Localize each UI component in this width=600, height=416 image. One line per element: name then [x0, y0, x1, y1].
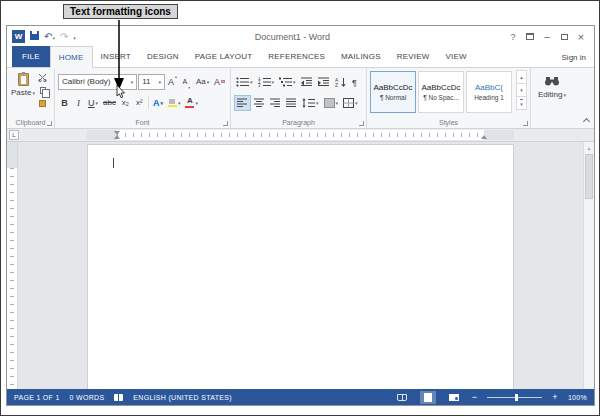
- print-layout-button[interactable]: [420, 391, 436, 404]
- save-button[interactable]: [30, 31, 39, 42]
- style-sample: AaBbC(: [475, 83, 503, 92]
- restore-button[interactable]: [560, 34, 568, 40]
- svg-text:3: 3: [258, 83, 261, 87]
- ribbon-tab-bar: FILE HOME INSERT DESIGN PAGE LAYOUT REFE…: [7, 47, 594, 68]
- word-count[interactable]: 0 WORDS: [70, 394, 105, 401]
- help-button[interactable]: [509, 32, 517, 42]
- format-painter-button[interactable]: [36, 97, 49, 110]
- bold-button[interactable]: B: [58, 95, 71, 111]
- ruler-left-margin: [87, 130, 117, 140]
- show-hide-pilcrow-button[interactable]: ¶: [350, 74, 363, 90]
- right-indent-marker[interactable]: [481, 135, 487, 139]
- read-mode-icon: [397, 394, 407, 401]
- status-bar: PAGE 1 OF 1 0 WORDS ENGLISH (UNITED STAT…: [7, 389, 594, 405]
- highlight-color-button[interactable]: [166, 95, 183, 111]
- hanging-indent-marker[interactable]: [114, 135, 120, 139]
- subscript-button[interactable]: x₂: [119, 95, 132, 111]
- tab-view[interactable]: VIEW: [438, 46, 475, 67]
- vertical-scrollbar[interactable]: [583, 142, 594, 389]
- style-sample: AaBbCcDc: [373, 83, 412, 92]
- style-name: ¶ No Spac...: [423, 94, 459, 101]
- ribbon-display-options-button[interactable]: [526, 33, 534, 40]
- clipboard-dialog-launcher-icon[interactable]: [47, 121, 52, 126]
- text-effects-button[interactable]: A: [151, 95, 165, 111]
- bullets-button[interactable]: [234, 74, 255, 90]
- clear-formatting-button[interactable]: A: [212, 74, 227, 90]
- line-spacing-button[interactable]: [300, 95, 321, 111]
- page-indicator[interactable]: PAGE 1 OF 1: [14, 394, 60, 401]
- sign-in-link[interactable]: Sign in: [562, 53, 594, 62]
- borders-button[interactable]: [341, 95, 360, 111]
- shrink-font-button[interactable]: A: [180, 74, 193, 90]
- collapse-ribbon-icon[interactable]: [583, 118, 590, 125]
- scroll-up-icon[interactable]: [584, 142, 594, 153]
- line-spacing-icon: [302, 98, 315, 108]
- underline-button[interactable]: U: [86, 95, 100, 111]
- italic-button[interactable]: I: [72, 95, 85, 111]
- tab-selector-button[interactable]: [9, 130, 19, 140]
- font-name-combobox[interactable]: Calibri (Body): [58, 74, 137, 90]
- styles-more-icon[interactable]: [516, 96, 527, 110]
- close-button[interactable]: [577, 31, 585, 43]
- change-case-button[interactable]: Aa: [194, 74, 211, 90]
- decrease-indent-button[interactable]: [299, 74, 315, 90]
- tab-mailings[interactable]: MAILINGS: [333, 46, 389, 67]
- cut-button[interactable]: [36, 71, 49, 84]
- web-layout-button[interactable]: [446, 391, 462, 404]
- strikethrough-letters: abc: [103, 98, 116, 107]
- read-mode-button[interactable]: [394, 391, 410, 404]
- align-center-icon: [254, 98, 265, 108]
- document-page[interactable]: [87, 144, 514, 389]
- styles-scroll-up-icon[interactable]: [516, 70, 527, 84]
- styles-dialog-launcher-icon[interactable]: [523, 121, 528, 126]
- decrease-indent-icon: [301, 77, 313, 87]
- style-no-spacing[interactable]: AaBbCcDc ¶ No Spac...: [418, 71, 464, 113]
- zoom-slider-thumb[interactable]: [515, 394, 518, 401]
- tab-file[interactable]: FILE: [12, 46, 50, 67]
- underline-letter: U: [88, 98, 95, 108]
- copy-button[interactable]: [36, 84, 49, 97]
- tab-page-layout[interactable]: PAGE LAYOUT: [187, 46, 260, 67]
- undo-dropdown-arrow-icon[interactable]: [52, 32, 55, 42]
- zoom-out-button[interactable]: −: [472, 392, 478, 402]
- redo-button[interactable]: [60, 31, 68, 42]
- font-color-button[interactable]: A: [183, 95, 200, 111]
- tab-review[interactable]: REVIEW: [389, 46, 438, 67]
- tab-home[interactable]: HOME: [50, 46, 93, 68]
- sort-button[interactable]: AZ: [333, 74, 349, 90]
- align-center-button[interactable]: [252, 95, 267, 111]
- tab-references[interactable]: REFERENCES: [260, 46, 333, 67]
- highlighter-icon: [168, 99, 177, 107]
- minimize-button[interactable]: [543, 31, 551, 42]
- increase-indent-button[interactable]: [316, 74, 332, 90]
- proofing-status-icon[interactable]: [114, 394, 123, 401]
- style-heading-1[interactable]: AaBbC( Heading 1: [466, 71, 512, 113]
- multilevel-list-button[interactable]: [277, 74, 298, 90]
- language-indicator[interactable]: ENGLISH (UNITED STATES): [133, 394, 231, 401]
- justify-button[interactable]: [284, 95, 299, 111]
- align-right-button[interactable]: [268, 95, 283, 111]
- style-normal[interactable]: AaBbCcDc ¶ Normal: [370, 71, 416, 113]
- undo-button[interactable]: [44, 31, 55, 42]
- eraser-icon: [221, 80, 225, 83]
- font-dialog-launcher-icon[interactable]: [223, 121, 228, 126]
- strikethrough-button[interactable]: abc: [101, 95, 118, 111]
- grow-font-button[interactable]: A: [166, 74, 179, 90]
- font-size-combobox[interactable]: 11: [138, 74, 165, 90]
- superscript-button[interactable]: x²: [133, 95, 146, 111]
- tab-design[interactable]: DESIGN: [139, 46, 187, 67]
- zoom-in-button[interactable]: +: [552, 392, 558, 402]
- shading-button[interactable]: [322, 95, 341, 111]
- ruler-ticks: [117, 130, 484, 140]
- scrollbar-thumb[interactable]: [585, 154, 593, 199]
- align-left-button[interactable]: [234, 95, 251, 111]
- paragraph-group: 123 AZ ¶ Paragraph: [231, 68, 367, 128]
- paragraph-dialog-launcher-icon[interactable]: [359, 121, 364, 126]
- zoom-slider[interactable]: [487, 397, 542, 398]
- tab-insert[interactable]: INSERT: [93, 46, 139, 67]
- styles-scroll-down-icon[interactable]: [516, 83, 527, 97]
- zoom-level[interactable]: 100%: [568, 394, 587, 401]
- numbering-button[interactable]: 123: [256, 74, 277, 90]
- editing-button[interactable]: Editing: [534, 71, 570, 99]
- paste-button[interactable]: Paste: [10, 71, 36, 110]
